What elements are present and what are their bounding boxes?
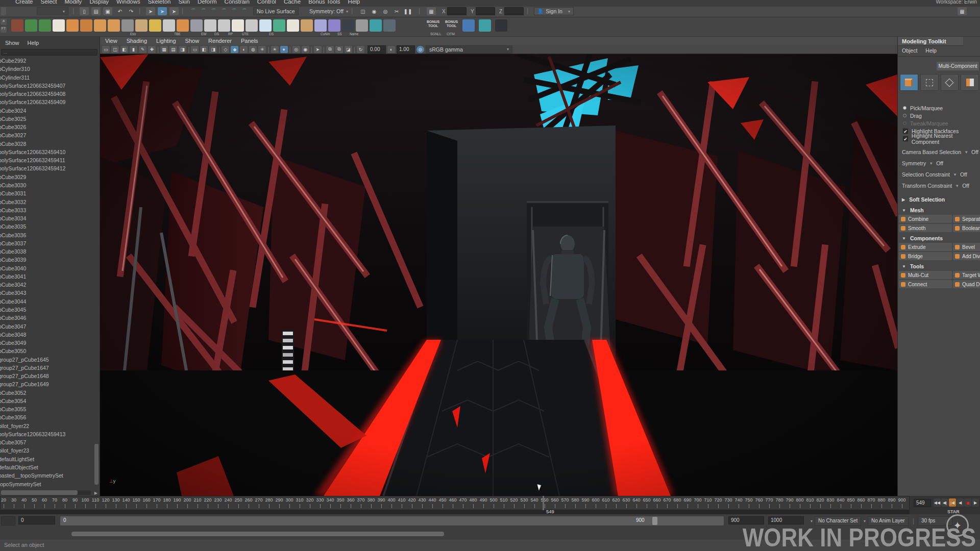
outliner-item[interactable]: pCube3027 (0, 132, 100, 140)
shelf-icon[interactable] (314, 19, 327, 32)
outliner-item[interactable]: pCube3033 (0, 207, 100, 215)
viewport-toolbar-icon[interactable]: ◇ (222, 46, 229, 53)
y-coordinate-field[interactable] (476, 7, 495, 15)
x-coordinate-field[interactable] (447, 7, 467, 15)
modeling-toolkit-title[interactable]: Modeling Toolkit (898, 37, 963, 46)
mtk-menu-item[interactable]: Object (902, 47, 917, 54)
pause-icon[interactable]: ❚❚ (403, 7, 412, 15)
outliner-item[interactable]: polySurface1206632459412 (0, 165, 100, 173)
outliner-item[interactable]: group27_pCube1647 (0, 365, 100, 373)
shelf-icon[interactable] (204, 19, 216, 32)
play-forward-button[interactable]: ▶ (972, 498, 979, 507)
mtk-dropdown-row[interactable]: Camera Based Selection▼Off (898, 146, 980, 158)
outliner-item[interactable]: pCube3041 (0, 273, 100, 282)
shelf-icon[interactable] (356, 19, 368, 32)
outliner-menu-item[interactable]: Show (5, 40, 19, 46)
outliner-item[interactable]: pCube3043 (0, 290, 100, 298)
redo-icon[interactable]: ↷ (127, 7, 136, 15)
shelf-icon[interactable] (66, 19, 79, 32)
menu-item[interactable]: Skin (179, 0, 190, 5)
viewport-toolbar-icon[interactable]: ☀ (271, 46, 279, 53)
lasso-tool-icon[interactable]: ➤ (158, 7, 167, 15)
shelf-icon[interactable] (342, 19, 354, 32)
outliner-item[interactable]: topoSymmetrySet (0, 481, 100, 489)
viewport-toolbar-icon[interactable]: ◉ (302, 46, 309, 53)
menu-item[interactable]: Skeleton (148, 0, 171, 5)
checkbox-option[interactable]: ✔Highlight Nearest Component (898, 135, 980, 142)
snap-plane-icon[interactable]: ⌒ (219, 7, 229, 15)
shelf-icon[interactable] (94, 19, 106, 32)
gamma-field[interactable]: 1.00 (397, 45, 415, 54)
outliner-item[interactable]: pCube3048 (0, 332, 100, 340)
outliner-item[interactable]: pCube3034 (0, 215, 100, 223)
render-icon[interactable]: ◉ (370, 7, 379, 15)
snap-surface-icon[interactable]: ⌒ (230, 7, 239, 15)
menu-item[interactable]: Bonus Tools (308, 0, 340, 5)
shelf-icon[interactable] (25, 19, 37, 32)
mtk-tool-button[interactable]: Bridge (899, 252, 952, 260)
animation-start-field[interactable]: 0 (18, 516, 55, 524)
viewport-toolbar-icon[interactable]: ✎ (139, 46, 146, 53)
live-surface-selector[interactable]: No Live Surface (253, 7, 299, 15)
playhead[interactable] (543, 496, 544, 510)
menu-item[interactable]: Cache (284, 0, 301, 5)
color-space-selector[interactable]: sRGB gamma ▾ (426, 45, 512, 54)
viewport-menu-item[interactable]: Shading (127, 38, 147, 44)
paint-select-icon[interactable]: ➤ (169, 7, 179, 15)
viewport-toolbar-icon[interactable]: ✚ (148, 46, 156, 53)
outliner-menu-item[interactable]: Help (28, 40, 39, 46)
outliner-item[interactable]: pCube3057 (0, 439, 100, 447)
command-scrollbar[interactable] (71, 532, 444, 536)
radio-option[interactable]: Pick/Marquee (898, 104, 980, 112)
outliner-item[interactable]: group27_pCube1645 (0, 357, 100, 365)
menu-item[interactable]: Display (89, 0, 109, 5)
outliner-item[interactable]: group27_pCube1648 (0, 373, 100, 381)
outliner-item[interactable]: pasted__topoSymmetrySet (0, 472, 100, 481)
section-header[interactable]: ▼Components (898, 232, 980, 243)
outliner-item[interactable]: pCube3032 (0, 199, 100, 207)
menu-item[interactable]: Help (348, 0, 360, 5)
symmetry-selector[interactable]: Symmetry: Off▾ (306, 7, 351, 15)
viewport-toolbar-icon[interactable]: ◧ (200, 46, 208, 53)
grid-layout-icon[interactable]: ▦ (427, 7, 436, 15)
shelf-icon[interactable] (39, 19, 51, 32)
viewport-toolbar-icon[interactable]: ◍ (249, 46, 257, 53)
shelf-icon[interactable] (108, 19, 120, 32)
multi-component-tab[interactable]: Multi-Component (937, 62, 979, 70)
time-slider[interactable]: 2030405060708090100110120130140150160170… (0, 496, 980, 514)
viewport-canvas[interactable]: ⊥y (100, 54, 897, 496)
outliner-item[interactable]: pCube3024 (0, 108, 100, 116)
ipr-render-icon[interactable]: ◎ (381, 7, 390, 15)
shelf-icon[interactable] (328, 19, 340, 32)
shelf-icon[interactable] (259, 19, 272, 32)
mtk-tool-button[interactable]: Add Divisions (953, 252, 980, 260)
outliner-item[interactable]: pCube3052 (0, 390, 100, 398)
color-management-icon[interactable]: ◍ (416, 46, 424, 53)
mtk-tool-button[interactable]: Target Weld (953, 271, 980, 279)
viewport-toolbar-icon[interactable]: ▭ (102, 46, 110, 53)
soft-selection-header[interactable]: ▶ Soft Selection (898, 191, 980, 204)
mtk-tool-button[interactable]: Extrude (899, 243, 952, 251)
outliner-item[interactable]: defaultLightSet (0, 456, 100, 464)
outliner-item[interactable]: pCube3055 (0, 406, 100, 414)
undo-icon[interactable]: ↶ (115, 7, 125, 15)
radio-option[interactable]: Drag (898, 112, 980, 119)
outliner-item[interactable]: pCube2992 (0, 58, 100, 66)
radio-option[interactable]: Tweak/Marquee (898, 119, 980, 127)
outliner-item[interactable]: pCube3029 (0, 174, 100, 182)
viewport-menu-item[interactable]: Panels (241, 38, 258, 44)
viewport-toolbar-icon[interactable]: ➤ (314, 46, 322, 53)
vertex-mode-button[interactable] (920, 74, 939, 91)
shelf-icon[interactable] (135, 19, 148, 32)
viewport-toolbar-icon[interactable]: ▭ (191, 46, 199, 53)
outliner-item[interactable]: pCube3030 (0, 182, 100, 190)
mtk-tool-button[interactable]: Separate (953, 215, 980, 223)
menu-item[interactable]: Constrain (225, 0, 250, 5)
z-coordinate-field[interactable] (504, 7, 524, 15)
viewport-menu-item[interactable]: View (105, 38, 117, 44)
object-mode-button[interactable] (900, 74, 918, 91)
contrast-icon[interactable]: ◐ (387, 46, 395, 53)
outliner-item[interactable]: defaultObjectSet (0, 464, 100, 472)
mtk-dropdown-row[interactable]: Transform Constraint▼Off (898, 180, 980, 191)
scroll-arrow-icon[interactable]: ▶ (94, 491, 97, 495)
